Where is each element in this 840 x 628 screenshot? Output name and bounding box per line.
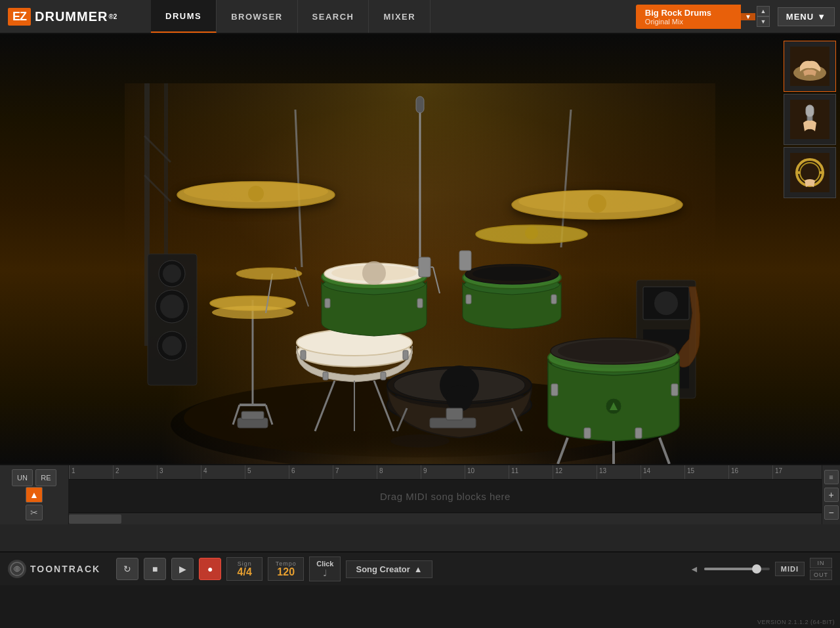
svg-rect-39: [301, 350, 306, 360]
preset-down-button[interactable]: ▼: [757, 16, 770, 27]
svg-rect-40: [403, 350, 408, 360]
ruler-7: 7: [333, 467, 339, 474]
ruler-8: 8: [377, 467, 383, 474]
svg-rect-56: [671, 384, 678, 396]
select-tool-button[interactable]: ▲: [26, 487, 43, 503]
seq-timeline: 1 2 3 4 5 6 7 8 9 10 11 12 13 14 15 16 1…: [69, 465, 822, 524]
preset-dropdown[interactable]: Big Rock Drums Original Mix: [636, 5, 741, 29]
click-label: Click: [316, 560, 333, 568]
preset-up-button[interactable]: ▲: [757, 6, 770, 16]
song-creator-label: Song Creator: [356, 564, 410, 574]
thumbnail-mic[interactable]: [784, 94, 836, 145]
svg-rect-73: [325, 299, 330, 308]
play-button[interactable]: ▶: [171, 558, 194, 580]
tab-search[interactable]: SEARCH: [298, 0, 369, 33]
tab-drums[interactable]: DRUMS: [151, 0, 217, 33]
midi-button[interactable]: MIDI: [775, 562, 805, 576]
svg-point-14: [162, 336, 182, 356]
svg-rect-81: [419, 257, 430, 277]
redo-button[interactable]: RE: [35, 469, 56, 486]
song-track[interactable]: Drag MIDI song blocks here: [69, 480, 822, 513]
svg-rect-55: [551, 384, 558, 396]
svg-rect-98: [806, 105, 814, 117]
in-out-buttons: IN OUT: [810, 558, 832, 580]
drum-kit[interactable]: [125, 83, 715, 464]
menu-label: MENU: [786, 12, 814, 22]
thumb-drums-inner: [784, 41, 835, 91]
midi-out-button[interactable]: OUT: [810, 570, 832, 580]
svg-point-36: [236, 268, 302, 280]
stop-button[interactable]: ■: [144, 558, 166, 580]
ruler-2: 2: [114, 467, 119, 474]
svg-point-34: [212, 306, 293, 319]
drag-midi-hint: Drag MIDI song blocks here: [380, 491, 511, 502]
ruler-17: 17: [773, 467, 782, 474]
svg-point-51: [558, 340, 669, 362]
svg-rect-74: [417, 299, 423, 308]
svg-point-105: [15, 567, 19, 571]
time-sig-value: 4/4: [238, 567, 252, 577]
right-thumbnails: [784, 41, 836, 198]
app-superscript: ®2: [108, 13, 117, 20]
zoom-in-button[interactable]: +: [824, 488, 839, 502]
thumbnail-drums[interactable]: [784, 41, 836, 92]
svg-rect-92: [446, 408, 463, 420]
tab-mixer[interactable]: MIXER: [369, 0, 430, 33]
record-button[interactable]: ●: [199, 558, 221, 580]
preset-area: Big Rock Drums Original Mix ▼ ▲ ▼ MENU ▼: [636, 5, 835, 29]
song-creator-button[interactable]: Song Creator ▲: [346, 560, 432, 578]
time-sig-display[interactable]: Sign 4/4: [226, 557, 262, 581]
sequencer-area: UN RE ▲ ✂ 1 2 3 4 5 6 7 8 9 10 11 12: [0, 464, 840, 551]
scroll-thumb[interactable]: [69, 514, 121, 524]
ruler-12: 12: [553, 467, 562, 474]
menu-button[interactable]: MENU ▼: [778, 7, 835, 26]
svg-rect-57: [584, 428, 591, 438]
ruler-5: 5: [245, 467, 251, 474]
grid-icon-button[interactable]: ≡: [824, 470, 839, 484]
undo-button[interactable]: UN: [12, 469, 33, 486]
ruler-9: 9: [421, 467, 427, 474]
svg-point-72: [362, 261, 386, 285]
zoom-out-button[interactable]: −: [824, 505, 839, 520]
svg-point-28: [248, 186, 264, 201]
tempo-display[interactable]: Tempo 120: [268, 557, 304, 581]
cut-tool-button[interactable]: ✂: [26, 505, 43, 520]
ruler-10: 10: [465, 467, 474, 474]
ruler-11: 11: [509, 467, 518, 474]
ruler-13: 13: [597, 467, 606, 474]
ruler-3: 3: [158, 467, 163, 474]
tab-browser[interactable]: BROWSER: [217, 0, 297, 33]
loop-button[interactable]: ↻: [116, 558, 138, 580]
thumbnail-tambourine[interactable]: [784, 147, 836, 198]
volume-area: ◄: [690, 564, 770, 574]
midi-in-button[interactable]: IN: [810, 558, 832, 568]
svg-rect-102: [795, 171, 801, 174]
toontrack-logo: TOONTRACK: [8, 560, 100, 578]
ez-badge: EZ: [8, 8, 31, 26]
svg-point-93: [390, 434, 450, 448]
sequencer-scrollbar[interactable]: [69, 513, 822, 524]
top-bar: EZ DRUMMER ®2 DRUMS BROWSER SEARCH MIXER…: [0, 0, 840, 34]
svg-rect-58: [635, 428, 642, 438]
preset-sub: Original Mix: [645, 18, 732, 26]
svg-point-88: [525, 226, 538, 240]
preset-dropdown-arrow[interactable]: ▼: [741, 13, 755, 20]
preset-name: Big Rock Drums: [645, 8, 732, 18]
svg-rect-42: [381, 372, 386, 380]
ruler-1: 1: [70, 467, 75, 474]
toontrack-icon: [8, 560, 26, 578]
thumb-tambourine-inner: [784, 148, 835, 198]
volume-thumb[interactable]: [752, 564, 761, 574]
volume-icon: ◄: [690, 564, 699, 574]
transport-bar: TOONTRACK ↻ ■ ▶ ● Sign 4/4 Tempo 120 Cli…: [0, 551, 840, 585]
svg-rect-103: [819, 171, 824, 174]
nav-tabs: DRUMS BROWSER SEARCH MIXER: [151, 0, 430, 33]
svg-rect-80: [551, 295, 556, 304]
svg-point-86: [588, 194, 606, 213]
thumb-mic-inner: [784, 94, 835, 144]
svg-point-17: [654, 291, 678, 315]
svg-rect-82: [459, 251, 471, 270]
click-button[interactable]: Click ♩: [309, 556, 341, 581]
volume-slider[interactable]: [704, 568, 770, 570]
tempo-value: 120: [277, 567, 295, 577]
